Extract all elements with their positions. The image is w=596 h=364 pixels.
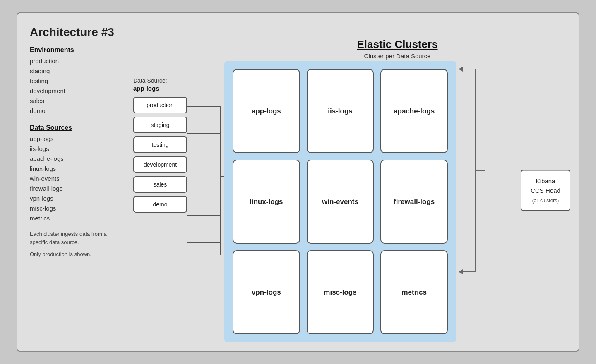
data-sources-heading: Data Sources [30, 124, 121, 132]
svg-marker-12 [459, 67, 463, 72]
env-list-item: testing [30, 76, 121, 86]
ds-list-item: vpn-logs [30, 194, 121, 204]
data-source-label: Data Source: [133, 77, 216, 84]
data-sources-list: app-logsiis-logsapache-logslinux-logswin… [30, 134, 121, 223]
env-box: development [133, 156, 187, 173]
cluster-box: misc-logs [307, 250, 374, 334]
env-box: demo [133, 196, 187, 213]
ds-list-item: iis-logs [30, 144, 121, 154]
ds-list-item: firewall-logs [30, 184, 121, 194]
env-box: production [133, 97, 187, 113]
diagram-container: Architecture #3 Environments productions… [17, 12, 579, 352]
ds-list-item: app-logs [30, 134, 121, 144]
cluster-box: win-events [307, 160, 374, 244]
cluster-box: metrics [380, 250, 448, 334]
env-list-item: production [30, 56, 121, 66]
ds-list-item: linux-logs [30, 164, 121, 174]
ds-list-item: win-events [30, 174, 121, 184]
cluster-box: vpn-logs [233, 250, 300, 334]
cluster-box: firewall-logs [380, 160, 448, 244]
main-area: Elastic Clusters Cluster per Data Source… [133, 38, 570, 342]
data-source-name: app-logs [133, 85, 216, 92]
elastic-clusters-subtitle: Cluster per Data Source [224, 53, 570, 60]
elastic-clusters-title: Elastic Clusters [224, 38, 570, 51]
cluster-box: app-logs [233, 69, 300, 153]
left-panel: Environments productionstagingtestingdev… [30, 46, 121, 259]
environments-heading: Environments [30, 46, 121, 54]
env-list-item: sales [30, 96, 121, 106]
env-box: sales [133, 176, 187, 193]
page-title: Architecture #3 [30, 26, 566, 39]
cluster-box: iis-logs [307, 69, 374, 153]
kibana-label: Kibana [536, 177, 555, 184]
env-list-item: demo [30, 106, 121, 116]
cluster-box: linux-logs [233, 160, 300, 244]
environments-list: productionstagingtestingdevelopmentsales… [30, 56, 121, 116]
kibana-sublabel: CCS Head [531, 187, 560, 194]
env-box: testing [133, 136, 187, 153]
kibana-note: (all clusters) [526, 197, 565, 204]
ds-list-item: misc-logs [30, 204, 121, 213]
kibana-bracket-arrow [459, 61, 488, 280]
note2: Only production is shown. [30, 250, 121, 259]
clusters-grid: app-logsiis-logsapache-logslinux-logswin… [224, 61, 456, 342]
kibana-box: Kibana CCS Head (all clusters) [521, 170, 570, 211]
env-list-item: staging [30, 66, 121, 76]
ds-list-item: metrics [30, 213, 121, 223]
connector-lines [187, 100, 228, 261]
cluster-box: apache-logs [380, 69, 448, 153]
svg-marker-13 [459, 269, 463, 274]
env-list-item: development [30, 86, 121, 96]
env-box: staging [133, 117, 187, 133]
note1: Each cluster ingests data from a specifi… [30, 230, 121, 246]
ds-list-item: apache-logs [30, 154, 121, 164]
